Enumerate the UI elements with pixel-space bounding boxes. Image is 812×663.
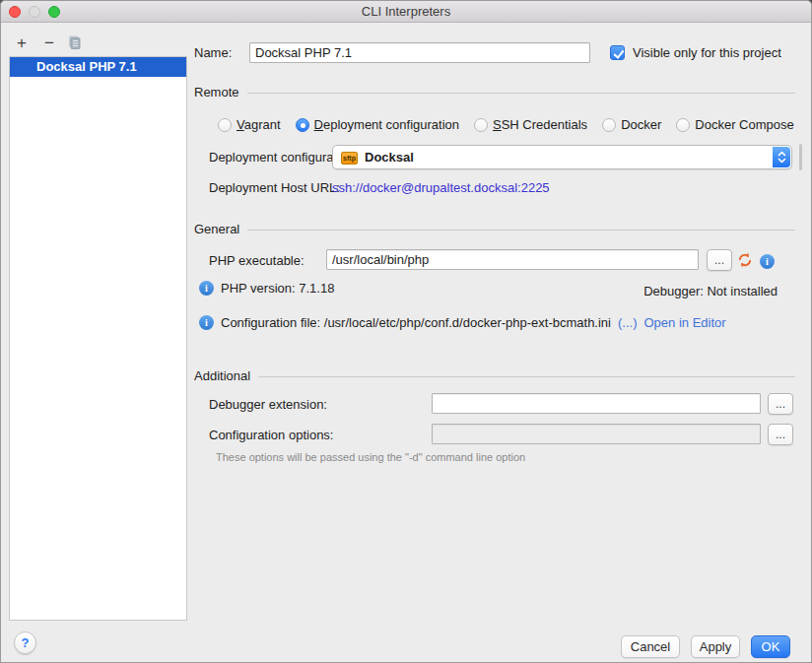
deployment-configuration-select[interactable]: sftp Docksal (332, 145, 792, 169)
general-section-header: General (194, 222, 795, 236)
titlebar: CLI Interpreters (1, 1, 811, 23)
radio-label: Docker (621, 117, 661, 132)
debugger-extension-label: Debugger extension: (209, 394, 327, 415)
php-executable-browse-button[interactable]: ... (707, 249, 732, 271)
deployment-host-url-label: Deployment Host URL: (209, 177, 340, 198)
configuration-file-more-link[interactable]: (...) (618, 315, 638, 330)
php-version-row: i PHP version: 7.1.18 (199, 281, 334, 296)
name-input[interactable] (249, 42, 590, 63)
radio-icon (676, 118, 690, 132)
radio-icon (218, 118, 232, 132)
radio-label: Deployment configuration (314, 117, 459, 132)
visible-only-checkbox[interactable] (610, 45, 625, 60)
configuration-options-label: Configuration options: (209, 425, 333, 445)
radio-icon (602, 118, 616, 132)
reload-phpinfo-icon[interactable] (737, 252, 753, 271)
visible-only-checkbox-label: Visible only for this project (633, 42, 781, 63)
info-icon: i (199, 281, 214, 296)
open-in-editor-link[interactable]: Open in Editor (643, 315, 725, 330)
php-executable-label: PHP executable: (209, 250, 304, 271)
cancel-button[interactable]: Cancel (621, 635, 680, 658)
remote-type-radio-group: Vagrant Deployment configuration SSH Cre… (218, 116, 811, 133)
apply-button[interactable]: Apply (691, 635, 740, 658)
section-divider (247, 230, 795, 231)
radio-icon (474, 118, 488, 132)
deployment-host-url-value[interactable]: ssh://docker@drupaltest.docksal:2225 (332, 177, 550, 198)
radio-ssh-credentials[interactable]: SSH Credentials (474, 117, 587, 132)
additional-section-header: Additional (194, 368, 795, 383)
radio-label: Docker Compose (695, 117, 793, 132)
configuration-options-input[interactable] (432, 424, 761, 444)
radio-label: SSH Credentials (493, 117, 587, 132)
php-executable-icons: i (737, 252, 775, 271)
cli-interpreters-dialog: CLI Interpreters + − Docksal PHP 7.1 Nam… (0, 0, 812, 663)
configuration-file-text: Configuration file: /usr/local/etc/php/c… (221, 315, 611, 330)
section-divider (258, 376, 795, 377)
scrollbar-thumb[interactable] (799, 144, 802, 170)
section-divider (247, 93, 795, 94)
additional-section-label: Additional (194, 368, 250, 383)
sftp-deployment-icon: sftp (341, 152, 358, 165)
configuration-file-row: i Configuration file: /usr/local/etc/php… (199, 315, 726, 330)
interpreter-list[interactable]: Docksal PHP 7.1 (9, 56, 187, 621)
debugger-extension-browse-button[interactable]: ... (768, 393, 793, 415)
name-row: Name: Visible only for this project (1, 42, 812, 66)
debugger-status-text: Debugger: Not installed (643, 281, 778, 301)
ok-button[interactable]: OK (751, 635, 790, 658)
radio-selected-icon (296, 118, 309, 132)
remote-section-label: Remote (194, 85, 239, 99)
deployment-configuration-value: Docksal (365, 150, 414, 165)
php-executable-input[interactable] (326, 249, 699, 270)
name-label: Name: (194, 42, 232, 63)
general-section-label: General (194, 222, 239, 236)
info-icon: i (199, 315, 214, 330)
combo-stepper-icon[interactable] (773, 147, 790, 167)
configuration-options-hint: These options will be passed using the "… (216, 451, 525, 463)
debugger-extension-input[interactable] (432, 393, 761, 414)
question-mark-icon: ? (22, 635, 30, 650)
php-info-icon[interactable]: i (760, 254, 775, 269)
remote-section-header: Remote (194, 85, 795, 99)
radio-vagrant[interactable]: Vagrant (218, 117, 281, 132)
radio-deployment-configuration[interactable]: Deployment configuration (296, 117, 459, 132)
radio-docker-compose[interactable]: Docker Compose (676, 117, 793, 132)
configuration-options-browse-button[interactable]: ... (768, 424, 793, 445)
radio-label: Vagrant (237, 117, 281, 132)
radio-docker[interactable]: Docker (602, 117, 661, 132)
help-button[interactable]: ? (14, 631, 36, 654)
php-version-text: PHP version: 7.1.18 (221, 281, 334, 296)
window-title: CLI Interpreters (1, 4, 811, 19)
